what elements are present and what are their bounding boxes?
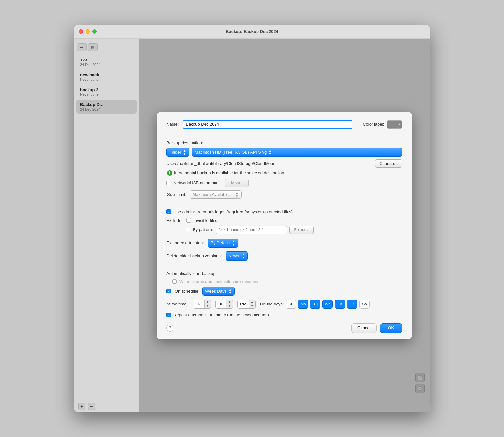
sidebar-item-date-2: Never done: [80, 92, 133, 96]
ampm-up-icon[interactable]: ▲: [249, 300, 255, 304]
on-schedule-label: On schedule: [175, 289, 198, 293]
name-label: Name:: [166, 122, 179, 127]
volume-label: Macintosh HD (Free: 6.3 GB) APFS vg: [195, 150, 267, 155]
color-picker-button[interactable]: ▼: [387, 120, 402, 129]
close-button[interactable]: [79, 29, 83, 34]
size-limit-label: Size Limit:: [167, 192, 186, 197]
add-backup-button[interactable]: +: [78, 403, 85, 410]
extended-attr-row: Extended attributes: By Default ▲▼: [166, 239, 402, 248]
invisible-files-checkbox[interactable]: [186, 218, 191, 223]
help-button[interactable]: ?: [166, 325, 173, 332]
modal-footer: ? Cancel OK: [166, 323, 402, 333]
day-btn-su[interactable]: Su: [286, 300, 296, 309]
exclude-row: Exclude: Invisible files: [166, 218, 402, 223]
maximize-button[interactable]: [92, 29, 97, 34]
admin-priv-row: Use administrator privileges (required f…: [166, 209, 402, 214]
minute-down-icon[interactable]: ▼: [226, 304, 233, 308]
by-pattern-label: By pattern:: [193, 227, 213, 232]
hour-up-icon[interactable]: ▲: [205, 300, 211, 304]
automount-checkbox[interactable]: [166, 181, 171, 185]
hour-stepper[interactable]: 6 ▲ ▼: [194, 300, 211, 309]
modal-overlay: Name: Color label: ▼ Backup destination:: [139, 39, 430, 412]
pattern-input[interactable]: [216, 226, 287, 234]
repeat-row: Repeat attempts if unable to run the sch…: [166, 313, 402, 317]
repeat-label: Repeat attempts if unable to run the sch…: [173, 313, 269, 317]
sidebar-item-3[interactable]: Backup D… 24 Dec 2024: [76, 100, 137, 114]
delete-older-value: Never: [228, 253, 240, 258]
repeat-checkbox[interactable]: [166, 313, 171, 317]
when-mounted-label: When source and destination are mounted: [179, 279, 258, 284]
main-content: Name: Color label: ▼ Backup destination:: [139, 39, 430, 412]
by-pattern-checkbox[interactable]: [186, 228, 190, 232]
remove-backup-button[interactable]: −: [88, 403, 95, 410]
sidebar-bottom: + −: [74, 400, 139, 412]
backup-destination-section: Backup destination: Folder ▲▼ Macintosh …: [166, 140, 402, 199]
when-mounted-checkbox[interactable]: [172, 279, 177, 284]
minimize-button[interactable]: [86, 29, 90, 34]
on-schedule-checkbox[interactable]: [166, 289, 171, 293]
volume-select[interactable]: Macintosh HD (Free: 6.3 GB) APFS vg ▲▼: [192, 148, 402, 157]
minute-stepper[interactable]: 30 ▲ ▼: [215, 300, 233, 309]
extended-attr-value: By Default: [211, 240, 230, 245]
minute-value: 30: [216, 302, 226, 306]
by-pattern-row: By pattern: Select…: [186, 226, 402, 234]
info-icon: i: [167, 170, 172, 176]
sidebar-tool-list[interactable]: ☰: [77, 43, 87, 51]
folder-type-label: Folder: [169, 150, 181, 155]
dest-type-row: Folder ▲▼ Macintosh HD (Free: 6.3 GB) AP…: [166, 148, 402, 157]
day-btn-sa[interactable]: Sa: [359, 300, 370, 309]
sidebar-item-name-3: Backup D…: [80, 102, 133, 107]
ampm-arrows-icon[interactable]: ▲ ▼: [249, 300, 255, 308]
delete-older-label: Delete older backup versions:: [166, 253, 222, 258]
day-btn-we[interactable]: We: [322, 300, 333, 309]
delete-older-row: Delete older backup versions: Never ▲▼: [166, 251, 402, 261]
admin-priv-checkbox[interactable]: [166, 209, 171, 214]
sidebar-item-name-2: backup 3: [80, 87, 133, 92]
hour-down-icon[interactable]: ▼: [205, 304, 211, 308]
traffic-lights: [79, 29, 97, 34]
app-window: Backup: Backup Dec 2024 ☰ ▤ 123 24 Dec 2…: [74, 25, 430, 412]
sidebar-item-2[interactable]: backup 3 Never done: [76, 85, 137, 99]
day-btn-th[interactable]: Th: [335, 300, 345, 309]
sidebar-item-name-1: new back…: [80, 72, 133, 77]
day-btn-tu[interactable]: Tu: [310, 300, 320, 309]
minute-up-icon[interactable]: ▲: [226, 300, 233, 304]
modal-dialog: Name: Color label: ▼ Backup destination:: [157, 112, 412, 339]
pattern-select-button[interactable]: Select…: [289, 226, 314, 234]
schedule-select[interactable]: Week Days ▲▼: [202, 287, 235, 296]
hour-value: 6: [194, 302, 204, 306]
mount-button[interactable]: Mount: [225, 179, 249, 187]
sidebar-tool-grid[interactable]: ▤: [88, 43, 98, 51]
ok-button[interactable]: OK: [380, 323, 403, 333]
delete-older-select[interactable]: Never ▲▼: [226, 251, 248, 261]
extended-attr-label: Extended attributes:: [166, 240, 204, 245]
ampm-stepper[interactable]: PM ▲ ▼: [237, 300, 256, 309]
ampm-down-icon[interactable]: ▼: [249, 304, 255, 308]
on-schedule-row: On schedule Week Days ▲▼: [166, 287, 402, 296]
color-label-group: Color label: ▼: [363, 120, 402, 129]
cancel-button[interactable]: Cancel: [351, 323, 376, 333]
ampm-value: PM: [238, 302, 249, 306]
day-btn-fr[interactable]: Fr: [347, 300, 357, 309]
choose-button[interactable]: Choose…: [375, 159, 402, 168]
dest-path-row: Users/navkiran_dhaliwal/Library/CloudSto…: [166, 159, 402, 168]
sidebar-item-name-0: 123: [80, 58, 133, 62]
folder-type-select[interactable]: Folder ▲▼: [166, 148, 189, 157]
sidebar-item-1[interactable]: new back… Never done: [76, 70, 137, 84]
schedule-arrows-icon: ▲▼: [228, 288, 232, 294]
sidebar-item-0[interactable]: 123 24 Dec 2024: [76, 55, 137, 69]
exclude-label: Exclude:: [166, 218, 183, 223]
name-input[interactable]: [183, 120, 352, 129]
day-btn-mo[interactable]: Mo: [298, 300, 308, 309]
name-row: Name: Color label: ▼: [166, 120, 402, 129]
incremental-info-text: Incremental backup is available for the …: [174, 170, 284, 175]
app-body: ☰ ▤ 123 24 Dec 2024 new back… Never done…: [74, 39, 430, 412]
extended-attr-arrows-icon: ▲▼: [232, 240, 235, 246]
footer-actions: Cancel OK: [351, 323, 402, 333]
when-mounted-row: When source and destination are mounted: [172, 279, 402, 284]
extended-attr-select[interactable]: By Default ▲▼: [208, 239, 238, 248]
incremental-info-row: i Incremental backup is available for th…: [167, 170, 402, 176]
hour-arrows-icon[interactable]: ▲ ▼: [204, 300, 211, 308]
size-limit-select[interactable]: Maximum Available… ▲▼: [190, 190, 242, 199]
minute-arrows-icon[interactable]: ▲ ▼: [226, 300, 233, 308]
